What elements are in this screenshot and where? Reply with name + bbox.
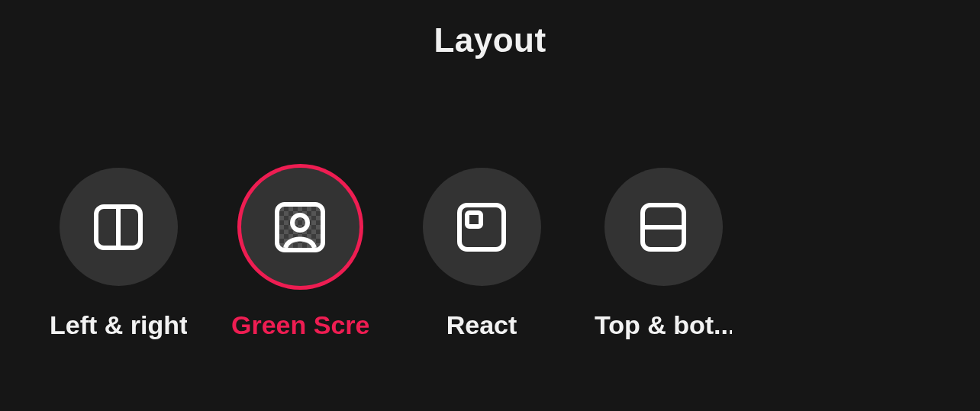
layout-option-react[interactable]: React (413, 168, 550, 340)
svg-rect-10 (467, 213, 481, 226)
split-horizontal-icon (640, 203, 686, 252)
option-label: Left & right (50, 310, 187, 340)
person-bg-icon (275, 202, 325, 252)
option-label: Top & bot... (595, 310, 732, 340)
option-circle (60, 168, 178, 286)
split-vertical-icon (94, 204, 143, 250)
option-circle (604, 168, 723, 286)
layout-option-top-bottom[interactable]: Top & bot... (595, 168, 732, 340)
panel-title: Layout (0, 0, 980, 59)
option-circle (423, 168, 541, 286)
option-label: React (446, 310, 517, 340)
option-circle (241, 168, 359, 286)
layout-option-green-screen[interactable]: Green Scre (231, 168, 369, 340)
layout-options-row: Left & right (0, 168, 980, 340)
option-label: Green Scre (231, 310, 369, 340)
layout-option-left-right[interactable]: Left & right (50, 168, 187, 340)
pip-icon (457, 203, 506, 252)
